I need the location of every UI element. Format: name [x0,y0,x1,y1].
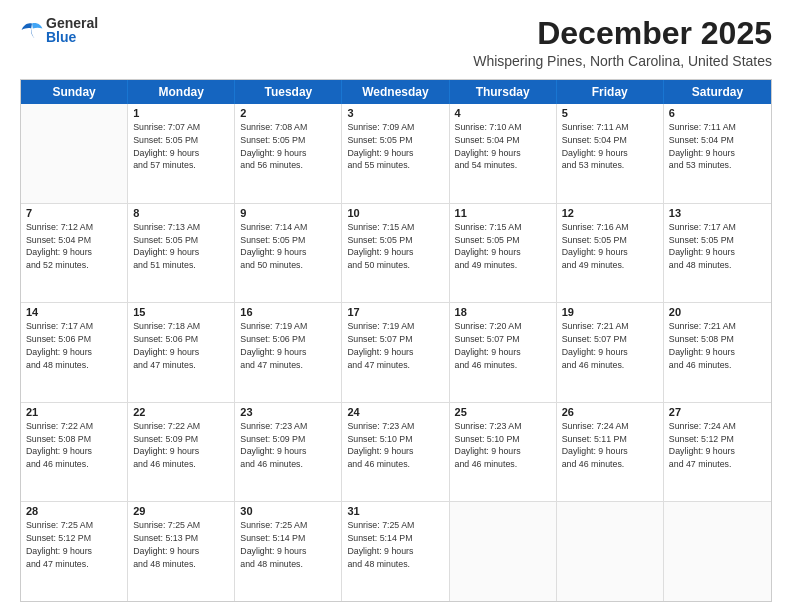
calendar-cell: 30Sunrise: 7:25 AM Sunset: 5:14 PM Dayli… [235,502,342,601]
cell-info: Sunrise: 7:23 AM Sunset: 5:10 PM Dayligh… [455,420,551,471]
day-number: 12 [562,207,658,219]
calendar-week-row: 28Sunrise: 7:25 AM Sunset: 5:12 PM Dayli… [21,502,771,601]
day-number: 13 [669,207,766,219]
calendar-cell: 16Sunrise: 7:19 AM Sunset: 5:06 PM Dayli… [235,303,342,402]
day-number: 24 [347,406,443,418]
calendar-cell: 15Sunrise: 7:18 AM Sunset: 5:06 PM Dayli… [128,303,235,402]
cell-info: Sunrise: 7:14 AM Sunset: 5:05 PM Dayligh… [240,221,336,272]
day-number: 16 [240,306,336,318]
calendar-day-header: Sunday [21,80,128,104]
cell-info: Sunrise: 7:23 AM Sunset: 5:10 PM Dayligh… [347,420,443,471]
cell-info: Sunrise: 7:08 AM Sunset: 5:05 PM Dayligh… [240,121,336,172]
day-number: 23 [240,406,336,418]
calendar-cell: 4Sunrise: 7:10 AM Sunset: 5:04 PM Daylig… [450,104,557,203]
calendar-cell: 6Sunrise: 7:11 AM Sunset: 5:04 PM Daylig… [664,104,771,203]
calendar-cell: 10Sunrise: 7:15 AM Sunset: 5:05 PM Dayli… [342,204,449,303]
calendar-cell: 21Sunrise: 7:22 AM Sunset: 5:08 PM Dayli… [21,403,128,502]
cell-info: Sunrise: 7:25 AM Sunset: 5:12 PM Dayligh… [26,519,122,570]
cell-info: Sunrise: 7:12 AM Sunset: 5:04 PM Dayligh… [26,221,122,272]
cell-info: Sunrise: 7:24 AM Sunset: 5:12 PM Dayligh… [669,420,766,471]
calendar-day-header: Friday [557,80,664,104]
calendar-cell: 3Sunrise: 7:09 AM Sunset: 5:05 PM Daylig… [342,104,449,203]
calendar-cell: 8Sunrise: 7:13 AM Sunset: 5:05 PM Daylig… [128,204,235,303]
cell-info: Sunrise: 7:13 AM Sunset: 5:05 PM Dayligh… [133,221,229,272]
logo: General Blue [20,16,98,44]
calendar-cell: 20Sunrise: 7:21 AM Sunset: 5:08 PM Dayli… [664,303,771,402]
cell-info: Sunrise: 7:17 AM Sunset: 5:06 PM Dayligh… [26,320,122,371]
calendar-cell [450,502,557,601]
day-number: 20 [669,306,766,318]
cell-info: Sunrise: 7:22 AM Sunset: 5:08 PM Dayligh… [26,420,122,471]
day-number: 8 [133,207,229,219]
logo-bird-icon [20,20,44,40]
location: Whispering Pines, North Carolina, United… [473,53,772,69]
logo-name: General Blue [46,16,98,44]
cell-info: Sunrise: 7:25 AM Sunset: 5:13 PM Dayligh… [133,519,229,570]
calendar-cell: 11Sunrise: 7:15 AM Sunset: 5:05 PM Dayli… [450,204,557,303]
cell-info: Sunrise: 7:10 AM Sunset: 5:04 PM Dayligh… [455,121,551,172]
calendar-cell: 29Sunrise: 7:25 AM Sunset: 5:13 PM Dayli… [128,502,235,601]
calendar-day-header: Saturday [664,80,771,104]
cell-info: Sunrise: 7:19 AM Sunset: 5:06 PM Dayligh… [240,320,336,371]
day-number: 15 [133,306,229,318]
day-number: 1 [133,107,229,119]
cell-info: Sunrise: 7:21 AM Sunset: 5:07 PM Dayligh… [562,320,658,371]
calendar-cell: 14Sunrise: 7:17 AM Sunset: 5:06 PM Dayli… [21,303,128,402]
day-number: 28 [26,505,122,517]
calendar-cell: 7Sunrise: 7:12 AM Sunset: 5:04 PM Daylig… [21,204,128,303]
calendar-cell: 24Sunrise: 7:23 AM Sunset: 5:10 PM Dayli… [342,403,449,502]
calendar-day-header: Wednesday [342,80,449,104]
day-number: 18 [455,306,551,318]
cell-info: Sunrise: 7:21 AM Sunset: 5:08 PM Dayligh… [669,320,766,371]
calendar-cell: 5Sunrise: 7:11 AM Sunset: 5:04 PM Daylig… [557,104,664,203]
day-number: 31 [347,505,443,517]
calendar-cell: 9Sunrise: 7:14 AM Sunset: 5:05 PM Daylig… [235,204,342,303]
header: General Blue December 2025 Whispering Pi… [20,16,772,69]
cell-info: Sunrise: 7:19 AM Sunset: 5:07 PM Dayligh… [347,320,443,371]
calendar-cell: 28Sunrise: 7:25 AM Sunset: 5:12 PM Dayli… [21,502,128,601]
calendar-cell: 31Sunrise: 7:25 AM Sunset: 5:14 PM Dayli… [342,502,449,601]
calendar-day-header: Thursday [450,80,557,104]
day-number: 30 [240,505,336,517]
calendar-cell: 13Sunrise: 7:17 AM Sunset: 5:05 PM Dayli… [664,204,771,303]
page: General Blue December 2025 Whispering Pi… [0,0,792,612]
day-number: 9 [240,207,336,219]
day-number: 21 [26,406,122,418]
calendar-week-row: 14Sunrise: 7:17 AM Sunset: 5:06 PM Dayli… [21,303,771,403]
calendar-cell: 17Sunrise: 7:19 AM Sunset: 5:07 PM Dayli… [342,303,449,402]
calendar-cell: 2Sunrise: 7:08 AM Sunset: 5:05 PM Daylig… [235,104,342,203]
cell-info: Sunrise: 7:07 AM Sunset: 5:05 PM Dayligh… [133,121,229,172]
calendar-body: 1Sunrise: 7:07 AM Sunset: 5:05 PM Daylig… [21,104,771,601]
day-number: 19 [562,306,658,318]
calendar-cell: 23Sunrise: 7:23 AM Sunset: 5:09 PM Dayli… [235,403,342,502]
month-title: December 2025 [473,16,772,51]
day-number: 11 [455,207,551,219]
cell-info: Sunrise: 7:22 AM Sunset: 5:09 PM Dayligh… [133,420,229,471]
cell-info: Sunrise: 7:09 AM Sunset: 5:05 PM Dayligh… [347,121,443,172]
day-number: 3 [347,107,443,119]
calendar-cell: 12Sunrise: 7:16 AM Sunset: 5:05 PM Dayli… [557,204,664,303]
cell-info: Sunrise: 7:18 AM Sunset: 5:06 PM Dayligh… [133,320,229,371]
calendar-cell: 18Sunrise: 7:20 AM Sunset: 5:07 PM Dayli… [450,303,557,402]
calendar: SundayMondayTuesdayWednesdayThursdayFrid… [20,79,772,602]
calendar-week-row: 1Sunrise: 7:07 AM Sunset: 5:05 PM Daylig… [21,104,771,204]
cell-info: Sunrise: 7:11 AM Sunset: 5:04 PM Dayligh… [669,121,766,172]
calendar-header: SundayMondayTuesdayWednesdayThursdayFrid… [21,80,771,104]
calendar-cell [664,502,771,601]
title-block: December 2025 Whispering Pines, North Ca… [473,16,772,69]
calendar-cell: 1Sunrise: 7:07 AM Sunset: 5:05 PM Daylig… [128,104,235,203]
calendar-cell: 19Sunrise: 7:21 AM Sunset: 5:07 PM Dayli… [557,303,664,402]
day-number: 7 [26,207,122,219]
cell-info: Sunrise: 7:16 AM Sunset: 5:05 PM Dayligh… [562,221,658,272]
cell-info: Sunrise: 7:24 AM Sunset: 5:11 PM Dayligh… [562,420,658,471]
day-number: 14 [26,306,122,318]
day-number: 27 [669,406,766,418]
logo-general-text: General [46,16,98,30]
day-number: 10 [347,207,443,219]
day-number: 2 [240,107,336,119]
calendar-cell: 22Sunrise: 7:22 AM Sunset: 5:09 PM Dayli… [128,403,235,502]
day-number: 29 [133,505,229,517]
cell-info: Sunrise: 7:17 AM Sunset: 5:05 PM Dayligh… [669,221,766,272]
calendar-day-header: Monday [128,80,235,104]
cell-info: Sunrise: 7:23 AM Sunset: 5:09 PM Dayligh… [240,420,336,471]
